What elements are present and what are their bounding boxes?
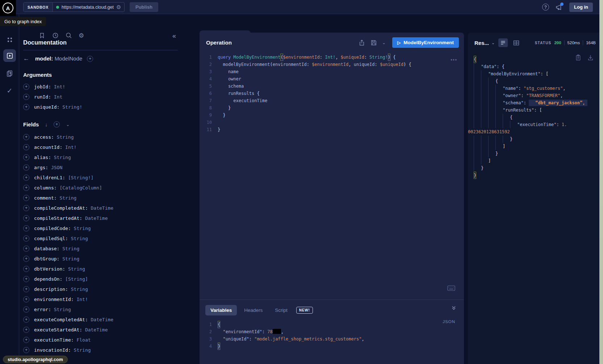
add-field-icon[interactable]: + xyxy=(23,347,29,353)
publish-button[interactable]: Publish xyxy=(130,2,158,12)
tab-variables[interactable]: Variables xyxy=(205,305,237,315)
field-type[interactable]: String xyxy=(54,307,71,312)
add-field-icon[interactable]: + xyxy=(23,266,29,272)
doc-field-row[interactable]: +childrenL1: [String!] xyxy=(23,172,200,183)
add-type-icon[interactable]: + xyxy=(87,56,93,62)
add-all-fields-icon[interactable]: + xyxy=(54,121,60,127)
tab-script[interactable]: Script xyxy=(270,305,293,315)
doc-field-row[interactable]: +compiledCode: String xyxy=(23,223,200,233)
doc-field-row[interactable]: +description: String xyxy=(23,284,200,294)
field-type[interactable]: String! xyxy=(62,104,82,110)
field-type[interactable]: String xyxy=(74,347,91,353)
doc-field-row[interactable]: +dbtVersion: String xyxy=(23,264,200,274)
add-field-icon[interactable]: + xyxy=(23,195,29,201)
add-field-icon[interactable]: + xyxy=(23,215,29,221)
endpoint-input[interactable]: https://metadata.cloud.get ⚙ xyxy=(53,3,124,12)
doc-field-row[interactable]: +columns: [CatalogColumn] xyxy=(23,183,200,193)
add-field-icon[interactable]: + xyxy=(23,164,29,171)
add-field-icon[interactable]: + xyxy=(23,286,29,292)
field-type[interactable]: Int! xyxy=(76,297,88,302)
add-field-icon[interactable]: + xyxy=(23,337,29,343)
save-icon[interactable] xyxy=(370,39,377,46)
field-type[interactable]: DateTime xyxy=(85,216,108,221)
help-icon[interactable]: ? xyxy=(542,4,549,11)
doc-field-row[interactable]: +comment: String xyxy=(23,193,200,203)
add-field-icon[interactable]: + xyxy=(23,276,29,282)
field-type[interactable]: String xyxy=(54,155,71,160)
doc-field-row[interactable]: +accountId: Int! xyxy=(23,142,200,152)
add-field-icon[interactable]: + xyxy=(23,144,29,150)
graph-index-icon[interactable] xyxy=(0,37,19,43)
field-type[interactable]: String xyxy=(74,226,91,231)
share-icon[interactable] xyxy=(358,39,365,46)
field-type[interactable]: [CatalogColumn] xyxy=(59,185,102,191)
save-options-chevron-icon[interactable]: ⌄ xyxy=(382,40,386,45)
operation-editor[interactable]: 1query ModelByEnvironment($environmentId… xyxy=(200,53,464,133)
add-field-icon[interactable]: + xyxy=(23,185,29,191)
keyboard-shortcuts-icon[interactable] xyxy=(447,285,455,291)
endpoint-url[interactable]: https://metadata.cloud.get xyxy=(62,5,114,10)
add-field-icon[interactable]: + xyxy=(23,175,29,181)
doc-field-row[interactable]: +executeStartedAt: DateTime xyxy=(23,325,200,335)
field-type[interactable]: Int xyxy=(54,94,62,100)
response-title[interactable]: Res... xyxy=(474,40,489,46)
doc-type-kind[interactable]: ModelNode xyxy=(55,55,83,62)
doc-field-row[interactable]: +invocationId: String xyxy=(23,345,200,355)
field-type[interactable]: [String] xyxy=(65,276,88,282)
field-type[interactable]: String xyxy=(59,195,76,201)
doc-field-row[interactable]: +error: String xyxy=(23,304,200,314)
field-type[interactable]: Int! xyxy=(65,145,76,150)
doc-field-row[interactable]: +alias: String xyxy=(23,152,200,162)
checks-nav-item[interactable]: ✓ xyxy=(0,87,19,95)
add-field-icon[interactable]: + xyxy=(23,317,29,323)
add-field-icon[interactable]: + xyxy=(23,205,29,211)
add-field-icon[interactable]: + xyxy=(23,104,29,110)
variables-editor[interactable]: 1{2 "environmentId": 78,3 "uniqueId": "m… xyxy=(200,321,442,350)
field-type[interactable]: DateTime xyxy=(85,327,108,332)
doc-field-row[interactable]: +compiledSql: String xyxy=(23,233,200,243)
doc-field-row[interactable]: +executeCompletedAt: DateTime xyxy=(23,314,200,325)
field-type[interactable]: [String!] xyxy=(68,175,93,180)
field-type[interactable]: DateTime xyxy=(91,317,114,322)
collections-nav-item[interactable] xyxy=(0,70,19,77)
doc-field-row[interactable]: +runId: Int xyxy=(23,92,200,102)
add-field-icon[interactable]: + xyxy=(23,327,29,333)
doc-field-row[interactable]: +uniqueId: String! xyxy=(23,102,200,112)
doc-field-row[interactable]: +access: String xyxy=(23,132,200,142)
add-field-icon[interactable]: + xyxy=(23,94,29,100)
field-type[interactable]: JSON xyxy=(51,165,62,170)
add-field-icon[interactable]: + xyxy=(23,296,29,302)
tab-headers[interactable]: Headers xyxy=(239,305,268,315)
field-type[interactable]: String xyxy=(57,134,74,140)
field-type[interactable]: Float xyxy=(76,337,91,343)
field-type[interactable]: String xyxy=(68,266,85,272)
doc-field-row[interactable]: +dbtGroup: String xyxy=(23,254,200,264)
operation-options-icon[interactable]: ••• xyxy=(451,57,457,62)
add-field-icon[interactable]: + xyxy=(23,134,29,140)
doc-field-row[interactable]: +compileCompletedAt: DateTime xyxy=(23,203,200,213)
connection-settings-icon[interactable]: ⚙ xyxy=(116,4,121,10)
doc-field-row[interactable]: +dependsOn: [String] xyxy=(23,274,200,284)
doc-field-row[interactable]: +compileStartedAt: DateTime xyxy=(23,213,200,223)
doc-field-row[interactable]: +jobId: Int! xyxy=(23,81,200,92)
doc-field-row[interactable]: +database: String xyxy=(23,243,200,254)
response-dropdown-icon[interactable]: ⌄ xyxy=(491,41,495,45)
add-field-icon[interactable]: + xyxy=(23,84,29,90)
back-arrow-icon[interactable]: ← xyxy=(23,55,30,62)
login-button[interactable]: Log in xyxy=(569,3,593,12)
field-type[interactable]: String xyxy=(71,236,88,241)
doc-field-row[interactable]: +args: JSON xyxy=(23,162,200,172)
run-operation-button[interactable]: ▷ ModelByEnvironment xyxy=(392,37,459,48)
raw-view-button[interactable] xyxy=(498,38,508,47)
apollo-logo[interactable]: A xyxy=(0,0,16,16)
explorer-nav-item[interactable] xyxy=(3,49,16,62)
response-body[interactable]: {"data": {"modelByEnvironment": [{"name"… xyxy=(474,56,596,179)
field-type[interactable]: String xyxy=(71,286,88,292)
field-type[interactable]: String xyxy=(62,256,79,262)
add-field-icon[interactable]: + xyxy=(23,246,29,252)
doc-field-row[interactable]: +executionTime: Float xyxy=(23,335,200,345)
add-field-icon[interactable]: + xyxy=(23,256,29,262)
doc-field-row[interactable]: +environmentId: Int! xyxy=(23,294,200,304)
add-field-icon[interactable]: + xyxy=(23,235,29,242)
field-type[interactable]: Int! xyxy=(54,84,65,89)
